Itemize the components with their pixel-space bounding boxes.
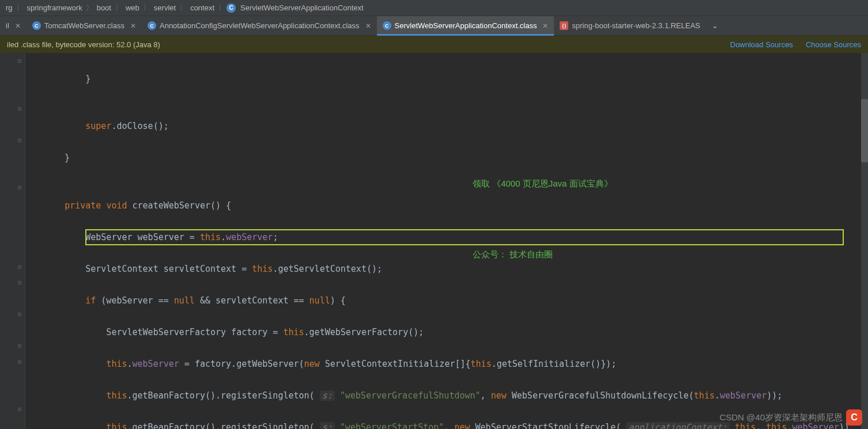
crumb-current[interactable]: ServletWebServerApplicationContext [238,3,366,12]
class-icon: C [227,3,236,13]
editor-gutter[interactable]: ⊟⊟ ⊟ ⊟ ⊟⊟ ⊟⊟⊟ ⊟ [0,53,25,429]
class-icon: C [32,21,41,30]
close-icon[interactable]: ✕ [363,22,371,30]
class-icon: C [148,21,156,30]
crumb[interactable]: rg [3,3,15,12]
code-line: } [44,150,861,166]
tab-prev[interactable]: il ✕ [0,16,27,35]
crumb[interactable]: servlet [152,3,178,12]
code-line: WebServer webServer = this.webServer; [44,230,861,246]
tab-label: spring-boot-starter-web-2.3.1.RELEAS [572,21,700,30]
annotation-line1: 领取 《4000 页尼恩Java 面试宝典》 [473,177,613,189]
code-line: } [44,71,861,88]
crumb[interactable]: context [188,3,217,12]
more-tabs-button[interactable]: ⌄ [706,16,724,35]
code-line: if (webServer == null && servletContext … [44,293,861,309]
chevron-right-icon: 〉 [142,3,152,13]
tab-spring-boot-starter[interactable]: ⟨⟩ spring-boot-starter-web-2.3.1.RELEAS [554,16,706,35]
chevron-right-icon: 〉 [85,3,95,13]
chevron-down-icon: ⌄ [712,21,718,30]
code-line: this.webServer = factory.getWebServer(ne… [44,356,861,373]
class-icon: C [383,21,391,30]
watermark: CSDN @40岁资深老架构师尼恩 C [719,409,862,426]
chevron-right-icon: 〉 [114,3,123,13]
tab-label: il [6,21,9,30]
code-line: private void createWebServer() { [44,198,861,214]
code-line: this.getBeanFactory().registerSingleton(… [44,388,861,404]
chevron-right-icon: 〉 [217,3,227,13]
breadcrumb-bar: rg〉 springframework〉 boot〉 web〉 servlet〉… [0,0,868,16]
crumb[interactable]: boot [95,3,114,12]
tab-label: ServletWebServerApplicationContext.class [395,21,537,30]
editor-tabs: il ✕ C TomcatWebServer.class ✕ C Annotat… [0,16,868,36]
chevron-right-icon: 〉 [15,3,25,13]
vertical-scrollbar[interactable] [861,53,868,429]
tab-label: AnnotationConfigServletWebServerApplicat… [160,21,360,30]
notice-text: iled .class file, bytecode version: 52.0… [7,40,160,49]
watermark-text: CSDN @40岁资深老架构师尼恩 [719,412,843,423]
code-area[interactable]: } super.doClose(); } private void create… [25,53,861,429]
tab-annotation-config[interactable]: C AnnotationConfigServletWebServerApplic… [142,16,377,35]
tab-label: TomcatWebServer.class [44,21,124,30]
code-line: ServletContext servletContext = this.get… [44,261,861,278]
code-line: ServletWebServerFactory factory = this.g… [44,325,861,341]
xml-icon: ⟨⟩ [560,21,568,30]
download-sources-link[interactable]: Download Sources [730,40,793,49]
close-icon[interactable]: ✕ [13,22,21,30]
tab-servlet-context[interactable]: C ServletWebServerApplicationContext.cla… [377,16,554,35]
annotation-line2: 公众号： 技术自由圈 [473,248,613,260]
close-icon[interactable]: ✕ [540,22,548,30]
scrollbar-thumb[interactable] [861,99,868,162]
crumb[interactable]: web [123,3,142,12]
code-editor[interactable]: ⊟⊟ ⊟ ⊟ ⊟⊟ ⊟⊟⊟ ⊟ } super.doClose(); } pri… [0,53,868,429]
code-line: super.doClose(); [44,119,861,135]
decompiled-notice: iled .class file, bytecode version: 52.0… [0,36,868,53]
crumb[interactable]: springframework [25,3,85,12]
close-icon[interactable]: ✕ [128,22,136,30]
tab-tomcat[interactable]: C TomcatWebServer.class ✕ [27,16,142,35]
chevron-right-icon: 〉 [178,3,188,13]
annotation-overlay: 领取 《4000 页尼恩Java 面试宝典》 公众号： 技术自由圈 [473,153,613,284]
csdn-logo-icon: C [846,409,862,426]
choose-sources-link[interactable]: Choose Sources [806,40,861,49]
